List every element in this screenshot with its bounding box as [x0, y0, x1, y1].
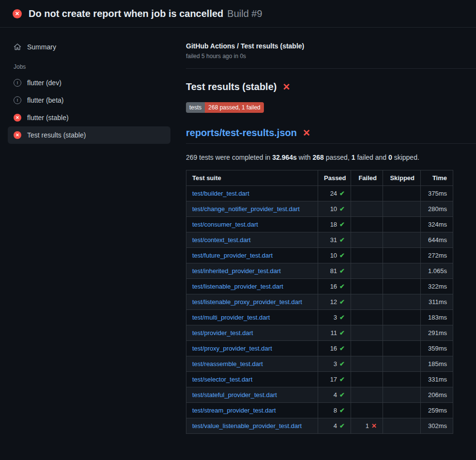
- test-suite-link[interactable]: test/value_listenable_provider_test.dart: [192, 422, 302, 429]
- sidebar-item-flutter-beta[interactable]: ! flutter (beta): [8, 92, 170, 109]
- failed-cell: [351, 248, 383, 263]
- time-cell: 324ms: [421, 217, 453, 232]
- test-suite-link[interactable]: test/context_test.dart: [192, 236, 251, 244]
- test-suite-link[interactable]: test/listenable_proxy_provider_test.dart: [192, 298, 302, 306]
- failed-cell: [351, 325, 383, 341]
- check-icon: ✔: [339, 314, 345, 321]
- failed-cell: [351, 201, 383, 217]
- report-link[interactable]: reports/test-results.json: [186, 127, 297, 138]
- passed-cell: 4✔: [318, 387, 351, 403]
- test-suite-link[interactable]: test/listenable_provider_test.dart: [192, 283, 283, 290]
- passed-cell: 4✔: [318, 418, 351, 434]
- failed-cell: [351, 232, 383, 248]
- check-icon: ✔: [339, 407, 345, 414]
- failed-cell: [351, 356, 383, 372]
- time-cell: 331ms: [421, 372, 453, 387]
- suite-cell: test/stateful_provider_test.dart: [186, 387, 318, 403]
- time-value: 359ms: [428, 345, 447, 352]
- skipped-cell: [383, 263, 421, 279]
- passed-count: 16: [330, 283, 337, 290]
- table-row: test/stream_provider_test.dart 8✔ 259ms: [186, 403, 453, 418]
- sidebar-summary-label: Summary: [27, 43, 56, 51]
- results-table: Test suite Passed Failed Skipped Time te…: [186, 170, 453, 434]
- failed-cell: [351, 186, 383, 201]
- check-icon: ✔: [339, 236, 345, 244]
- passed-count: 3: [334, 360, 337, 368]
- suite-cell: test/builder_test.dart: [186, 186, 318, 201]
- test-suite-link[interactable]: test/proxy_provider_test.dart: [192, 345, 272, 352]
- time-cell: 1.065s: [421, 263, 453, 279]
- failed-count: 1: [366, 422, 369, 429]
- test-suite-link[interactable]: test/change_notifier_provider_test.dart: [192, 205, 300, 213]
- test-suite-link[interactable]: test/provider_test.dart: [192, 329, 253, 337]
- suite-cell: test/reassemble_test.dart: [186, 356, 318, 372]
- skipped-cell: [383, 310, 421, 325]
- passed-count: 31: [330, 236, 337, 244]
- passed-cell: 10✔: [318, 248, 351, 263]
- test-suite-link[interactable]: test/stream_provider_test.dart: [192, 407, 276, 414]
- alert-circle-icon: !: [14, 96, 21, 104]
- alert-circle-icon: !: [14, 79, 21, 87]
- sidebar-item-flutter-stable[interactable]: ✕ flutter (stable): [8, 109, 170, 126]
- suite-cell: test/listenable_provider_test.dart: [186, 279, 318, 294]
- check-title-heading: Test results (stable) ✕: [186, 81, 461, 92]
- time-value: 302ms: [428, 422, 447, 429]
- test-suite-link[interactable]: test/stateful_provider_test.dart: [192, 391, 277, 399]
- table-row: test/future_provider_test.dart 10✔ 272ms: [186, 248, 453, 263]
- passed-count: 4: [334, 422, 337, 429]
- passed-cell: 81✔: [318, 263, 351, 279]
- failed-cell: [351, 279, 383, 294]
- passed-cell: 16✔: [318, 341, 351, 356]
- suite-cell: test/consumer_test.dart: [186, 217, 318, 232]
- column-header-skipped: Skipped: [383, 170, 421, 186]
- time-cell: 185ms: [421, 356, 453, 372]
- test-suite-link[interactable]: test/selector_test.dart: [192, 376, 252, 383]
- header-row: Test suite Passed Failed Skipped Time: [186, 170, 453, 186]
- time-value: 322ms: [428, 283, 447, 290]
- sidebar: Summary Jobs ! flutter (dev) ! flutter (…: [0, 28, 178, 144]
- passed-count: 10: [330, 252, 337, 259]
- test-suite-link[interactable]: test/consumer_test.dart: [192, 221, 258, 228]
- test-suite-link[interactable]: test/builder_test.dart: [192, 190, 249, 197]
- summary-sentence: 269 tests were completed in 32.964s with…: [186, 153, 461, 161]
- time-value: 291ms: [428, 329, 447, 337]
- table-row: test/stateful_provider_test.dart 4✔ 206m…: [186, 387, 453, 403]
- test-suite-link[interactable]: test/inherited_provider_test.dart: [192, 267, 281, 275]
- summary-segment: failed and: [355, 153, 389, 161]
- check-icon: ✔: [339, 267, 345, 275]
- time-value: 331ms: [428, 376, 447, 383]
- table-row: test/context_test.dart 31✔ 644ms: [186, 232, 453, 248]
- suite-cell: test/future_provider_test.dart: [186, 248, 318, 263]
- sidebar-item-summary[interactable]: Summary: [8, 38, 170, 56]
- summary-segment: passed,: [324, 153, 352, 161]
- summary-segment: 0: [388, 153, 392, 161]
- suite-cell: test/value_listenable_provider_test.dart: [186, 418, 318, 434]
- badge-value: 268 passed, 1 failed: [205, 102, 263, 113]
- results-table-head: Test suite Passed Failed Skipped Time: [186, 170, 453, 186]
- passed-cell: 18✔: [318, 217, 351, 232]
- time-cell: 375ms: [421, 186, 453, 201]
- x-circle-icon: ✕: [14, 114, 21, 122]
- test-suite-link[interactable]: test/future_provider_test.dart: [192, 252, 273, 259]
- skipped-cell: [383, 325, 421, 341]
- passed-count: 24: [330, 190, 337, 197]
- table-row: test/inherited_provider_test.dart 81✔ 1.…: [186, 263, 453, 279]
- job-label: flutter (stable): [27, 114, 69, 122]
- failed-cell: [351, 310, 383, 325]
- suite-cell: test/multi_provider_test.dart: [186, 310, 318, 325]
- main-content: GitHub Actions / Test results (stable) f…: [178, 28, 476, 434]
- build-number: Build #9: [227, 8, 262, 19]
- check-icon: ✔: [339, 252, 345, 259]
- time-cell: 302ms: [421, 418, 453, 434]
- sidebar-item-test-results-stable[interactable]: ✕ Test results (stable): [8, 126, 170, 144]
- time-cell: 359ms: [421, 341, 453, 356]
- test-suite-link[interactable]: test/multi_provider_test.dart: [192, 314, 270, 321]
- sidebar-item-flutter-dev[interactable]: ! flutter (dev): [8, 74, 170, 92]
- table-row: test/value_listenable_provider_test.dart…: [186, 418, 453, 434]
- failed-x-icon: ✕: [303, 127, 310, 138]
- test-suite-link[interactable]: test/reassemble_test.dart: [192, 360, 263, 368]
- job-label: Test results (stable): [27, 131, 86, 139]
- passed-count: 16: [330, 345, 337, 352]
- tests-badge: tests 268 passed, 1 failed: [186, 102, 264, 113]
- breadcrumb: GitHub Actions / Test results (stable): [186, 42, 461, 50]
